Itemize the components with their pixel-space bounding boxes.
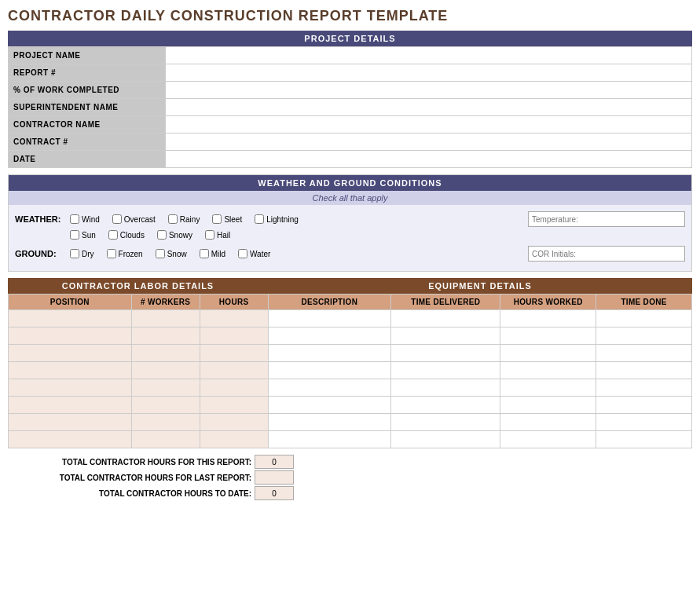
weather-checkbox-label: Sun <box>82 231 96 240</box>
labor-col-header: HOURS <box>200 294 268 310</box>
weather-checkbox[interactable] <box>108 230 118 240</box>
weather-checkbox-label: Overcast <box>124 215 156 224</box>
weather-checkbox-item: Snow <box>156 249 187 258</box>
weather-checkbox[interactable] <box>112 214 122 224</box>
weather-checkbox-item: Lightning <box>255 214 299 224</box>
labor-cell <box>131 362 200 379</box>
weather-checkbox[interactable] <box>212 214 222 224</box>
weather-checkbox[interactable] <box>168 214 178 224</box>
total-row: TOTAL CONTRACTOR HOURS TO DATE:0 <box>8 486 692 500</box>
weather-checkbox-label: Frozen <box>119 250 143 258</box>
ground-row: GROUND: DryFrozenSnowMildWater <box>15 246 685 262</box>
equipment-cell <box>500 327 596 345</box>
weather-subheader: Check all that apply <box>9 191 691 205</box>
project-field-label: SUPERINTENDENT NAME <box>9 99 166 116</box>
equipment-header: EQUIPMENT DETAILS <box>268 278 692 294</box>
project-field-label: % OF WORK COMPLETED <box>9 82 166 99</box>
project-field-value <box>166 151 692 168</box>
equipment-cell <box>596 379 692 397</box>
project-field-label: PROJECT NAME <box>9 47 166 64</box>
weather-checkbox-item: Mild <box>200 249 225 258</box>
equipment-cell <box>268 431 391 448</box>
equipment-cell <box>268 414 391 431</box>
total-value: 0 <box>255 486 294 500</box>
equipment-cell <box>268 327 391 345</box>
equipment-cell <box>391 362 500 379</box>
labor-cell <box>131 397 200 414</box>
dual-header: CONTRACTOR LABOR DETAILS EQUIPMENT DETAI… <box>8 278 692 294</box>
weather-checkbox-label: Rainy <box>180 215 200 224</box>
weather-checkbox[interactable] <box>70 230 79 240</box>
equipment-cell <box>268 397 391 414</box>
equipment-cell <box>268 345 391 362</box>
equipment-cell <box>391 414 500 431</box>
labor-cell <box>131 310 200 327</box>
weather-header: WEATHER AND GROUND CONDITIONS <box>9 175 691 191</box>
labor-cell <box>9 362 132 379</box>
labor-cell <box>131 345 200 362</box>
labor-cell <box>9 345 132 362</box>
weather-checkbox-item: Snowy <box>157 230 192 240</box>
equipment-cell <box>596 310 692 327</box>
labor-cell <box>9 397 132 414</box>
equipment-cell <box>596 397 692 414</box>
weather-checkbox[interactable] <box>107 249 116 258</box>
weather-checkbox[interactable] <box>156 249 165 258</box>
weather-checkbox-item: Wind <box>70 214 100 224</box>
equipment-cell <box>391 379 500 397</box>
project-details-header: PROJECT DETAILS <box>8 31 692 46</box>
totals-section: TOTAL CONTRACTOR HOURS FOR THIS REPORT:0… <box>8 455 692 500</box>
weather-checkbox-label: Dry <box>82 250 94 258</box>
weather-checkbox[interactable] <box>255 214 264 224</box>
equipment-cell <box>500 345 596 362</box>
labor-cell <box>200 327 268 345</box>
project-field-value <box>166 47 692 64</box>
equipment-cell <box>500 379 596 397</box>
labor-cell <box>200 397 268 414</box>
equipment-cell <box>391 327 500 345</box>
labor-equipment-table: POSITION# WORKERSHOURSDESCRIPTIONTIME DE… <box>8 294 692 448</box>
equipment-cell <box>268 379 391 397</box>
total-value: 0 <box>255 455 294 469</box>
weather-section: WEATHER AND GROUND CONDITIONS Check all … <box>8 174 692 272</box>
weather-checkbox[interactable] <box>70 214 79 224</box>
equipment-cell <box>596 345 692 362</box>
weather-checkbox-label: Water <box>250 250 270 258</box>
total-row: TOTAL CONTRACTOR HOURS FOR THIS REPORT:0 <box>8 455 692 469</box>
equipment-cell <box>391 397 500 414</box>
equipment-cell <box>596 431 692 448</box>
equipment-col-header: TIME DONE <box>596 294 692 310</box>
equipment-cell <box>268 362 391 379</box>
weather-checkbox[interactable] <box>70 249 79 258</box>
labor-cell <box>9 379 132 397</box>
weather-checkbox-label: Snow <box>167 250 187 258</box>
equipment-col-header: DESCRIPTION <box>268 294 391 310</box>
equipment-cell <box>391 431 500 448</box>
labor-col-header: # WORKERS <box>131 294 200 310</box>
weather-checkbox-label: Mild <box>211 250 225 258</box>
project-field-label: REPORT # <box>9 64 166 82</box>
equipment-cell <box>268 310 391 327</box>
weather-checkbox[interactable] <box>157 230 167 240</box>
weather-checkbox-item: Rainy <box>168 214 200 224</box>
project-field-label: CONTRACTOR NAME <box>9 116 166 134</box>
labor-cell <box>200 431 268 448</box>
total-label: TOTAL CONTRACTOR HOURS TO DATE: <box>8 489 251 498</box>
weather-checkbox[interactable] <box>205 230 214 240</box>
labor-equipment-section: CONTRACTOR LABOR DETAILS EQUIPMENT DETAI… <box>8 278 692 448</box>
weather-checkbox-item: Frozen <box>107 249 143 258</box>
total-value <box>255 470 294 485</box>
weather-checkbox[interactable] <box>238 249 247 258</box>
weather-checkbox[interactable] <box>200 249 209 258</box>
cor-initials-input[interactable] <box>528 246 685 262</box>
temperature-input[interactable] <box>528 211 685 227</box>
labor-cell <box>9 414 132 431</box>
weather-checkbox-label: Sleet <box>224 215 242 224</box>
project-field-value <box>166 64 692 82</box>
equipment-cell <box>500 414 596 431</box>
labor-cell <box>131 379 200 397</box>
equipment-cell <box>500 310 596 327</box>
weather-checkbox-item: Overcast <box>112 214 156 224</box>
cor-right <box>528 246 685 262</box>
equipment-cell <box>596 327 692 345</box>
